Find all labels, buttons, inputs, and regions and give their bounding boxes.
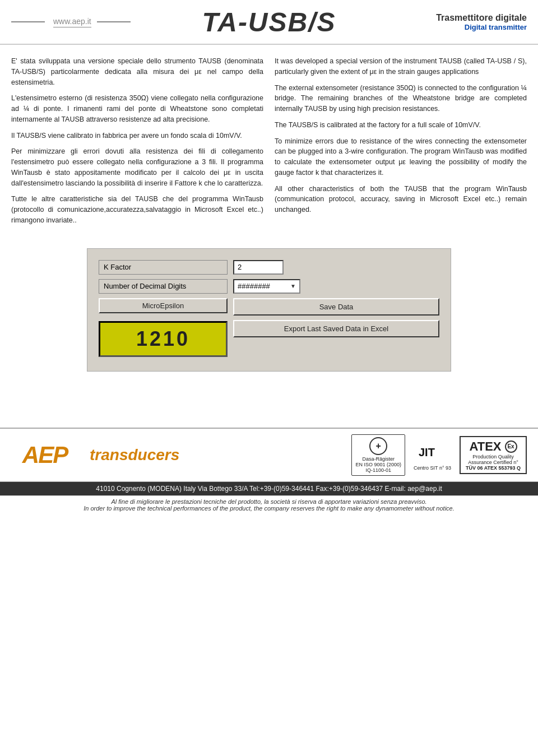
website-link[interactable]: www.aep.it: [53, 17, 91, 27]
svg-text:JIT: JIT: [419, 446, 435, 458]
jit-label: Centro SIT n° 93: [414, 465, 451, 471]
address-text: 41010 Cognento (MODENA) Italy Via Botteg…: [96, 485, 442, 493]
footer-logo-bar: AEP transducers + Dasa-Rägister EN ISO 9…: [0, 428, 538, 482]
atex-text: ATEX: [469, 439, 501, 454]
panel-right-btns: Save Data Export Last Saved Data in Exce…: [233, 298, 439, 337]
notice-it: Al fine di migliorare le prestazioni tec…: [6, 498, 532, 505]
footer-address: 41010 Cognento (MODENA) Italy Via Botteg…: [0, 482, 538, 495]
k-factor-input[interactable]: 2: [233, 260, 284, 275]
product-title: TA-USB/S: [183, 7, 355, 38]
header-line-left: [11, 21, 45, 22]
left-p3: Il TAUSB/S viene calibrato in fabbrica p…: [11, 131, 263, 141]
right-p4: To minimize errors due to resistance of …: [275, 136, 527, 178]
dasa-circle-icon: +: [369, 437, 387, 455]
k-factor-label: K Factor: [99, 260, 228, 275]
dasa-line1: EN ISO 9001 (2000): [355, 462, 401, 467]
header-logo-area: www.aep.it: [11, 17, 183, 27]
dasa-line2: IQ-1100-01: [355, 467, 401, 473]
footer-notice: Al fine di migliorare le prestazioni tec…: [0, 495, 538, 514]
spacer: [0, 383, 538, 416]
k-factor-row: K Factor 2: [99, 260, 439, 275]
dasa-cert: + Dasa-Rägister EN ISO 9001 (2000) IQ-11…: [351, 434, 405, 476]
atex-line3: TÜV 06 ATEX 553793 Q: [465, 465, 521, 471]
panel-left-col: MicroEpsilon 1210: [99, 298, 228, 357]
panel-section: K Factor 2 Number of Decimal Digits ####…: [0, 237, 538, 383]
dasa-label: Dasa-Rägister: [355, 456, 401, 462]
atex-box: ATEX Ex Production Quality Assurance Cer…: [460, 436, 527, 474]
decimal-digits-row: Number of Decimal Digits ######## ▼: [99, 279, 439, 294]
atex-ex-badge: Ex: [505, 440, 517, 453]
decimal-digits-value: ########: [238, 282, 270, 290]
measurement-display: 1210: [99, 321, 228, 357]
panel-bottom-area: MicroEpsilon 1210 Save Data Export Last …: [99, 298, 439, 357]
header-main-title: Trasmettitore digitale: [355, 13, 527, 23]
aep-logo-text: AEP: [22, 442, 67, 469]
jit-logo-svg: JIT: [416, 439, 449, 462]
micro-epsilon-button[interactable]: MicroEpsilon: [99, 298, 228, 313]
left-p4: Per minimizzare gli errori dovuti alla r…: [11, 146, 263, 188]
col-right: It was developed a special version of th…: [275, 56, 527, 231]
atex-line1: Production Quality: [465, 454, 521, 460]
col-left: E' stata sviluppata una versione special…: [11, 56, 263, 231]
ui-panel: K Factor 2 Number of Decimal Digits ####…: [87, 248, 451, 372]
atex-title: ATEX Ex: [465, 439, 521, 454]
right-p2: The external extensometer (resistance 35…: [275, 83, 527, 114]
header-sub-title: Digital transmitter: [355, 23, 527, 31]
aep-logo: AEP: [11, 438, 78, 472]
header-line-right: [97, 21, 131, 22]
header: www.aep.it TA-USB/S Trasmettitore digita…: [0, 0, 538, 45]
right-p1: It was developed a special version of th…: [275, 56, 527, 77]
chevron-down-icon: ▼: [290, 283, 296, 289]
transducers-text: transducers: [90, 446, 340, 464]
left-p2: L'estensimetro esterno (di resistenza 35…: [11, 93, 263, 124]
notice-en: In order to improve the technical perfor…: [6, 505, 532, 512]
footer-cert-logos: + Dasa-Rägister EN ISO 9001 (2000) IQ-11…: [351, 434, 527, 476]
jit-logo-text: JIT: [414, 439, 451, 465]
left-p5: Tutte le altre caratteristiche sia del T…: [11, 194, 263, 225]
jit-logo-block: JIT Centro SIT n° 93: [414, 439, 451, 471]
header-right: Trasmettitore digitale Digital transmitt…: [355, 13, 527, 31]
atex-line2: Assurance Certified n°: [465, 460, 521, 465]
decimal-digits-label: Number of Decimal Digits: [99, 279, 228, 294]
export-button[interactable]: Export Last Saved Data in Excel: [233, 320, 439, 337]
save-data-button[interactable]: Save Data: [233, 298, 439, 316]
right-p3: The TAUSB/S is calibrated at the factory…: [275, 120, 527, 131]
right-p5: All other characteristics of both the TA…: [275, 184, 527, 215]
decimal-digits-dropdown[interactable]: ######## ▼: [233, 279, 300, 294]
main-content: E' stata sviluppata una versione special…: [0, 45, 538, 237]
left-p1: E' stata sviluppata una versione special…: [11, 56, 263, 87]
